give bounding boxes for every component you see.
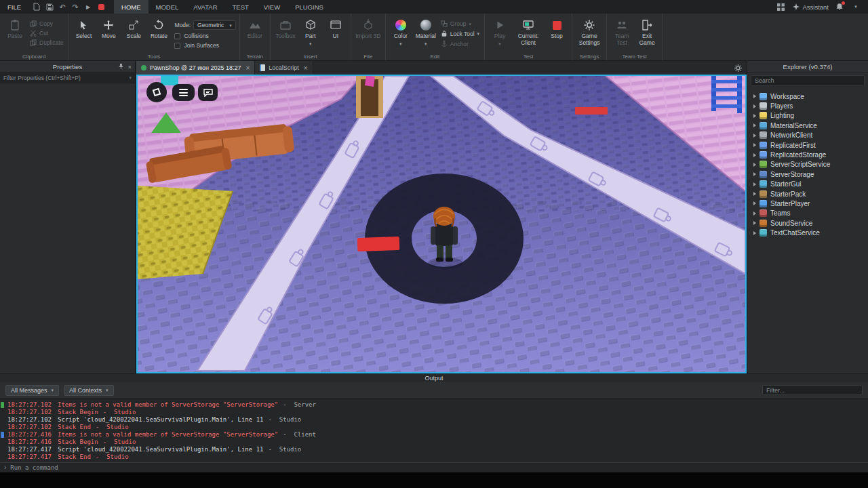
output-log-line[interactable]: 18:27:27.102 Script 'cloud_420022041.Sea… — [0, 416, 868, 424]
explorer-header[interactable]: Explorer (v0.374) — [747, 61, 868, 73]
red-part[interactable] — [357, 237, 400, 251]
duplicate-button[interactable]: Duplicate — [28, 39, 64, 47]
explorer-item[interactable]: ReplicatedStorage — [747, 150, 868, 159]
properties-header[interactable]: Properties × — [0, 61, 135, 73]
viewport-scene[interactable] — [138, 76, 745, 372]
select-button[interactable]: Select — [72, 16, 95, 40]
menubar-tab[interactable]: AVATAR — [186, 0, 224, 14]
tab-localscript[interactable]: LocalScript × — [255, 61, 313, 75]
undo-icon[interactable]: ↶ — [57, 1, 68, 12]
import-3d-button[interactable]: Import 3D — [355, 16, 382, 40]
assistant-button[interactable]: Assistant — [793, 3, 829, 11]
chevron-down-icon[interactable]: ▾ — [129, 75, 132, 80]
paste-button[interactable]: Paste — [3, 16, 26, 40]
game-settings-button[interactable]: Game Settings — [576, 16, 603, 47]
explorer-item[interactable]: StarterGui — [747, 180, 868, 189]
output-panel-title[interactable]: Output — [0, 373, 868, 382]
output-log-line[interactable]: 18:27:27.417 Stack End - Studio — [0, 453, 868, 460]
output-log-line[interactable]: 18:27:27.417 Script 'cloud_420022041.Sea… — [0, 445, 868, 453]
chevron-down-icon[interactable]: ▾ — [399, 41, 402, 46]
red-wall-bar[interactable] — [575, 107, 608, 115]
rotate-button[interactable]: Rotate — [147, 16, 170, 40]
play-small-icon[interactable]: ▶ — [83, 1, 94, 12]
cut-button[interactable]: Cut — [28, 29, 64, 37]
expand-arrow-icon[interactable] — [753, 182, 756, 186]
output-log-line[interactable]: 18:27:27.416 Items is not a valid member… — [0, 431, 868, 439]
expand-arrow-icon[interactable] — [753, 192, 756, 196]
explorer-item[interactable]: Teams — [747, 209, 868, 218]
output-log-line[interactable]: 18:27:27.102 Stack End - Studio — [0, 424, 868, 431]
expand-arrow-icon[interactable] — [753, 211, 756, 216]
output-log[interactable]: 18:27:27.102 Items is not a valid member… — [0, 399, 868, 462]
anchor-button[interactable]: Anchor — [439, 39, 481, 48]
output-log-line[interactable]: 18:27:27.102 Items is not a valid member… — [0, 401, 868, 409]
explorer-item[interactable]: Players — [747, 101, 868, 110]
chat-button[interactable] — [198, 84, 218, 101]
explorer-item[interactable]: TextChatService — [747, 228, 868, 237]
explorer-item[interactable]: StarterPlayer — [747, 199, 868, 208]
command-input[interactable] — [10, 464, 864, 471]
stop-button[interactable]: Stop — [545, 16, 568, 40]
explorer-item[interactable]: ServerScriptService — [747, 160, 868, 169]
chevron-down-icon[interactable]: ▾ — [309, 41, 312, 46]
explorer-item[interactable]: Workspace — [747, 92, 868, 101]
collisions-checkbox-row[interactable]: Collisions — [174, 33, 235, 39]
collisions-checkbox[interactable] — [174, 33, 180, 39]
redo-icon[interactable]: ↷ — [70, 1, 81, 12]
apps-grid-icon[interactable] — [775, 1, 786, 12]
close-icon[interactable]: × — [304, 64, 308, 72]
expand-arrow-icon[interactable] — [753, 201, 756, 205]
pin-icon[interactable] — [118, 63, 124, 70]
expand-arrow-icon[interactable] — [753, 104, 756, 108]
expand-arrow-icon[interactable] — [753, 134, 756, 138]
ui-button[interactable]: UI — [324, 16, 347, 40]
move-button[interactable]: Move — [97, 16, 120, 40]
menubar-tab[interactable]: MODEL — [149, 0, 186, 14]
group-button[interactable]: Group▾ — [439, 20, 481, 28]
expand-arrow-icon[interactable] — [753, 114, 756, 118]
expand-arrow-icon[interactable] — [753, 163, 756, 167]
explorer-item[interactable]: ServerStorage — [747, 169, 868, 179]
material-button[interactable]: Material ▾ — [414, 16, 437, 46]
team-test-button[interactable]: Team Test — [610, 16, 633, 47]
game-menu-button[interactable] — [172, 84, 195, 101]
explorer-item[interactable]: SoundService — [747, 218, 868, 228]
all-messages-dropdown[interactable]: All Messages▾ — [5, 385, 59, 396]
tab-place[interactable]: PawnShop @ 27 июн 2025 18:27 × — [136, 61, 255, 75]
play-button[interactable]: Play ▾ — [488, 16, 511, 46]
expand-arrow-icon[interactable] — [753, 153, 756, 157]
menubar-tab[interactable]: VIEW — [256, 0, 288, 14]
gear-icon[interactable] — [734, 61, 747, 75]
game-viewport[interactable] — [136, 75, 747, 373]
chevron-down-icon[interactable]: ▾ — [425, 41, 427, 46]
chevron-down-icon[interactable]: ▾ — [477, 31, 480, 36]
scale-button[interactable]: Scale — [122, 16, 145, 40]
explorer-item[interactable]: ReplicatedFirst — [747, 140, 868, 150]
save-icon[interactable] — [44, 1, 55, 12]
expand-arrow-icon[interactable] — [753, 143, 756, 147]
doorway[interactable] — [356, 76, 383, 118]
color-button[interactable]: Color ▾ — [389, 16, 412, 46]
file-menu-button[interactable]: FILE — [0, 0, 28, 14]
close-icon[interactable]: × — [245, 64, 250, 72]
menubar-tab[interactable]: PLUGINS — [288, 0, 331, 14]
menubar-tab[interactable]: HOME — [114, 0, 149, 14]
terrain-editor-button[interactable]: Editor — [243, 16, 267, 40]
expand-arrow-icon[interactable] — [753, 172, 756, 176]
all-contexts-dropdown[interactable]: All Contexts▾ — [64, 385, 114, 396]
roblox-menu-button[interactable] — [146, 82, 167, 102]
expand-arrow-icon[interactable] — [753, 94, 756, 98]
toolbox-button[interactable]: Toolbox — [274, 16, 297, 40]
output-log-line[interactable]: 18:27:27.416 Stack Begin - Studio — [0, 438, 868, 445]
notifications-bell-icon[interactable] — [835, 3, 844, 11]
lock-tool-button[interactable]: Lock Tool▾ — [439, 29, 481, 38]
menubar-tab[interactable]: TEST — [225, 0, 256, 14]
copy-button[interactable]: Copy — [28, 20, 64, 28]
explorer-item[interactable]: Lighting — [747, 111, 868, 121]
mode-dropdown[interactable]: Geometric▾ — [193, 20, 236, 30]
output-filter-input[interactable] — [762, 385, 863, 395]
explorer-search-input[interactable] — [755, 77, 861, 84]
explorer-item[interactable]: StarterPack — [747, 189, 868, 199]
join-surfaces-checkbox[interactable] — [174, 43, 180, 49]
expand-arrow-icon[interactable] — [753, 231, 756, 235]
